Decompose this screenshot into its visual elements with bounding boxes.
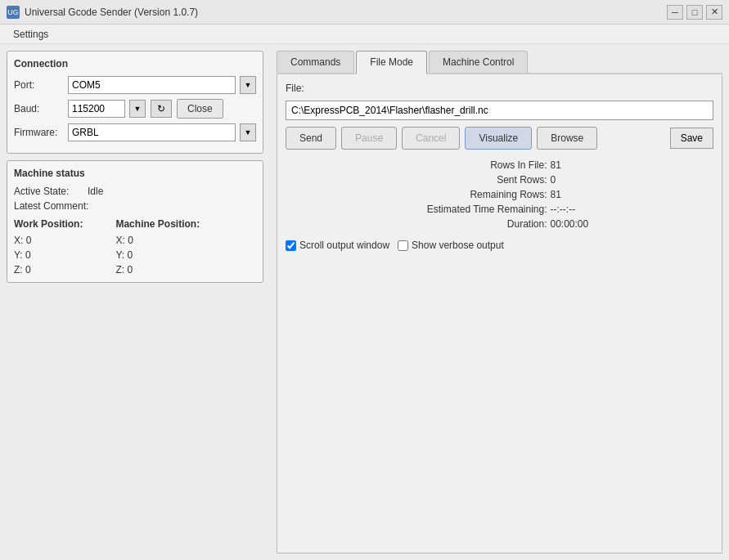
scroll-output-option[interactable]: Scroll output window <box>286 240 389 251</box>
machine-y-row: Y: 0 <box>115 249 200 261</box>
port-dropdown-button[interactable]: ▼ <box>240 76 256 94</box>
save-button[interactable]: Save <box>670 128 713 149</box>
left-panel: Connection Port: ▼ Baud: ▼ ↻ Close Firmw… <box>0 44 270 560</box>
port-label: Port: <box>14 79 63 91</box>
pause-button[interactable]: Pause <box>341 127 397 150</box>
tab-commands[interactable]: Commands <box>277 51 354 73</box>
right-panel: Commands File Mode Machine Control File:… <box>270 44 729 560</box>
maximize-button[interactable]: □ <box>686 5 703 20</box>
status-section: Active State: Idle Latest Comment: Work … <box>14 186 256 276</box>
main-content: Connection Port: ▼ Baud: ▼ ↻ Close Firmw… <box>0 44 729 560</box>
estimated-time-value: --:--:-- <box>551 204 616 215</box>
machine-y-label: Y: <box>115 249 124 261</box>
baud-input[interactable] <box>68 100 125 118</box>
position-grid: Work Position: X: 0 Y: 0 Z: 0 <box>14 218 256 276</box>
file-path-input[interactable] <box>286 101 713 120</box>
browse-button[interactable]: Browse <box>537 127 597 150</box>
machine-status-title: Machine status <box>14 168 256 179</box>
stats-section: Rows In File: 81 Sent Rows: 0 Remaining … <box>286 159 713 230</box>
work-position-col: Work Position: X: 0 Y: 0 Z: 0 <box>14 218 83 276</box>
duration-value: 00:00:00 <box>551 218 616 230</box>
rows-in-file-row: Rows In File: 81 <box>286 159 713 171</box>
port-row: Port: ▼ <box>14 76 256 94</box>
machine-x-label: X: <box>115 235 124 246</box>
window-title: Universal Gcode Sender (Version 1.0.7) <box>25 7 198 18</box>
active-state-row: Active State: Idle <box>14 186 256 197</box>
machine-position-header: Machine Position: <box>115 218 200 230</box>
window-controls: ─ □ ✕ <box>667 5 722 20</box>
remaining-rows-label: Remaining Rows: <box>384 189 547 200</box>
machine-x-value: 0 <box>128 235 133 246</box>
sent-rows-label: Sent Rows: <box>384 174 547 186</box>
rows-in-file-value: 81 <box>551 159 616 171</box>
machine-x-row: X: 0 <box>115 235 200 246</box>
cancel-button[interactable]: Cancel <box>402 127 460 150</box>
work-x-row: X: 0 <box>14 235 83 246</box>
estimated-time-label: Estimated Time Remaining: <box>384 204 547 215</box>
refresh-button[interactable]: ↻ <box>151 100 172 118</box>
sent-rows-row: Sent Rows: 0 <box>286 174 713 186</box>
verbose-output-label: Show verbose output <box>412 240 504 251</box>
tab-file-mode[interactable]: File Mode <box>356 51 427 74</box>
title-bar-left: UG Universal Gcode Sender (Version 1.0.7… <box>7 6 198 19</box>
close-button[interactable]: ✕ <box>706 5 722 20</box>
estimated-time-row: Estimated Time Remaining: --:--:-- <box>286 204 713 215</box>
top-tab-bar: Commands File Mode Machine Control <box>277 51 722 74</box>
firmware-label: Firmware: <box>14 127 63 138</box>
tab-machine-control[interactable]: Machine Control <box>429 51 528 73</box>
app-icon-text: UG <box>7 8 19 16</box>
machine-status-group: Machine status Active State: Idle Latest… <box>7 160 263 283</box>
baud-dropdown-button[interactable]: ▼ <box>129 100 146 118</box>
duration-row: Duration: 00:00:00 <box>286 218 713 230</box>
send-button[interactable]: Send <box>286 127 336 150</box>
duration-label: Duration: <box>384 218 547 230</box>
firmware-input[interactable] <box>68 123 236 141</box>
file-mode-content: File: Send Pause Cancel Visualize Browse… <box>277 74 722 553</box>
action-buttons-row: Send Pause Cancel Visualize Browse Save <box>286 127 713 150</box>
remaining-rows-row: Remaining Rows: 81 <box>286 189 713 200</box>
active-state-value: Idle <box>88 186 103 197</box>
verbose-output-option[interactable]: Show verbose output <box>398 240 504 251</box>
port-input[interactable] <box>68 76 236 94</box>
work-z-label: Z: <box>14 264 23 276</box>
minimize-button[interactable]: ─ <box>667 5 683 20</box>
active-state-label: Active State: <box>14 186 88 197</box>
latest-comment-row: Latest Comment: <box>14 200 256 212</box>
scroll-output-checkbox[interactable] <box>286 240 296 251</box>
connection-group: Connection Port: ▼ Baud: ▼ ↻ Close Firmw… <box>7 51 263 154</box>
baud-label: Baud: <box>14 103 63 114</box>
machine-z-value: 0 <box>127 264 133 276</box>
file-path-row <box>286 101 713 120</box>
options-row: Scroll output window Show verbose output <box>286 240 713 251</box>
work-y-row: Y: 0 <box>14 249 83 261</box>
work-y-label: Y: <box>14 249 23 261</box>
sent-rows-value: 0 <box>551 174 616 186</box>
machine-z-row: Z: 0 <box>115 264 200 276</box>
file-label: File: <box>286 83 304 94</box>
work-x-value: 0 <box>26 235 32 246</box>
machine-position-col: Machine Position: X: 0 Y: 0 Z: 0 <box>115 218 200 276</box>
remaining-rows-value: 81 <box>551 189 616 200</box>
work-x-label: X: <box>14 235 23 246</box>
title-bar: UG Universal Gcode Sender (Version 1.0.7… <box>0 0 729 25</box>
firmware-row: Firmware: ▼ <box>14 123 256 141</box>
work-position-header: Work Position: <box>14 218 83 230</box>
work-z-row: Z: 0 <box>14 264 83 276</box>
settings-menu[interactable]: Settings <box>7 27 55 42</box>
firmware-dropdown-button[interactable]: ▼ <box>240 123 256 141</box>
close-connection-button[interactable]: Close <box>177 99 223 119</box>
machine-z-label: Z: <box>115 264 124 276</box>
connection-title: Connection <box>14 58 256 69</box>
menu-bar: Settings <box>0 25 729 44</box>
file-row: File: <box>286 83 713 94</box>
work-y-value: 0 <box>25 249 31 261</box>
app-icon: UG <box>7 6 20 19</box>
visualize-button[interactable]: Visualize <box>465 127 532 150</box>
baud-row: Baud: ▼ ↻ Close <box>14 99 256 119</box>
latest-comment-label: Latest Comment: <box>14 200 88 212</box>
machine-y-value: 0 <box>127 249 133 261</box>
verbose-output-checkbox[interactable] <box>398 240 408 251</box>
scroll-output-label: Scroll output window <box>299 240 389 251</box>
work-z-value: 0 <box>25 264 31 276</box>
rows-in-file-label: Rows In File: <box>384 159 547 171</box>
